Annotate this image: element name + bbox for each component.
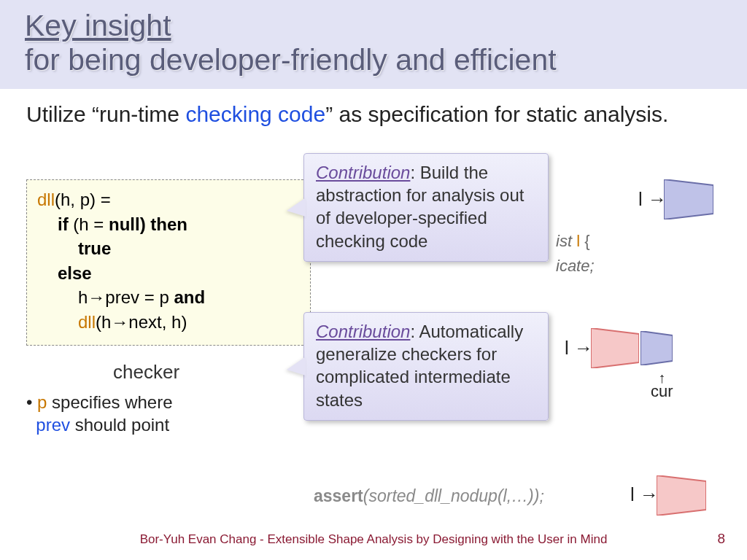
assert-line: assert(sorted_dll_nodup(l,…)); [314, 486, 544, 506]
trap-blue-poly-1 [664, 179, 713, 219]
checker-fn-name: dll [37, 190, 55, 209]
cur-label: cur [651, 382, 673, 401]
checker-rec-fn: dll [78, 312, 96, 332]
title-line-2: for being developer-friendly and efficie… [25, 43, 722, 77]
l-arrow-label-1: l → [638, 188, 667, 211]
trapezoid-pink-icon-2 [657, 475, 706, 516]
bullet-mid: specifies where [47, 392, 172, 412]
true-kw: true [37, 236, 300, 261]
body-blue-term: checking code [185, 102, 325, 126]
assert-kw: assert [314, 486, 363, 505]
then-kw: ) then [140, 214, 187, 234]
code-fragment-icate: icate; [556, 257, 595, 276]
svg-marker-1 [591, 328, 639, 368]
contrib1-head: Contribution [316, 163, 410, 182]
cur-pointer: ↑ cur [651, 373, 673, 401]
bullet-end: should point [70, 415, 169, 435]
contribution-callout-2: Contribution: Automatically generalize c… [303, 312, 549, 421]
bullet-point: • p specifies where prev should point [26, 391, 173, 436]
frag-brace: { [580, 232, 589, 250]
contrib2-head: Contribution [316, 322, 410, 341]
checker-body-line2: dll(h→next, h) [37, 310, 300, 335]
bullet-dot: • [26, 392, 37, 412]
body-pre-and: h→prev = p [78, 287, 174, 307]
checker-if-line: if (h = null) then [37, 212, 300, 237]
else-kw: else [37, 261, 300, 286]
footer-text: Bor-Yuh Evan Chang - Extensible Shape An… [0, 532, 747, 547]
contribution-callout-1: Contribution: Build the abstraction for … [303, 153, 549, 262]
body-paragraph: Utilize “run-time checking code” as spec… [26, 101, 668, 128]
frag-ist: ist [556, 232, 576, 250]
null-kw: null [109, 214, 140, 234]
trapezoid-blue-icon-2 [640, 331, 673, 365]
checker-rec-rest: (h→next, h) [96, 312, 187, 332]
l-arrow-label-2: l → [565, 337, 593, 359]
page-number: 8 [717, 531, 725, 547]
and-kw: and [174, 287, 205, 307]
checker-code-box: dll(h, p) = if (h = null) then true else… [26, 179, 311, 346]
slide-header: Key insight for being developer-friendly… [0, 0, 747, 89]
body-pre: Utilize “run-time [26, 102, 185, 126]
if-cond: (h = [69, 214, 109, 234]
svg-marker-3 [640, 331, 673, 365]
title-line-1: Key insight [25, 9, 722, 43]
trapezoid-blue-icon-1 [664, 179, 713, 219]
checker-sig-rest: (h, p) = [55, 190, 111, 209]
up-arrow-icon: ↑ [651, 373, 673, 382]
bullet-prev: prev [36, 415, 70, 435]
body-post: ” as specification for static analysis. [325, 102, 668, 126]
bullet-p: p [37, 392, 47, 412]
svg-marker-5 [657, 475, 706, 516]
checker-sig: dll(h, p) = [37, 187, 300, 212]
if-kw: if [58, 214, 69, 234]
checker-label: checker [113, 361, 179, 384]
checker-body-line1: h→prev = p and [37, 285, 300, 310]
assert-body: (sorted_dll_nodup(l,…)); [363, 486, 544, 505]
trapezoid-pink-icon-1 [591, 328, 639, 368]
code-fragment-ist: ist l { [556, 232, 589, 251]
l-arrow-label-3: l → [630, 483, 659, 506]
